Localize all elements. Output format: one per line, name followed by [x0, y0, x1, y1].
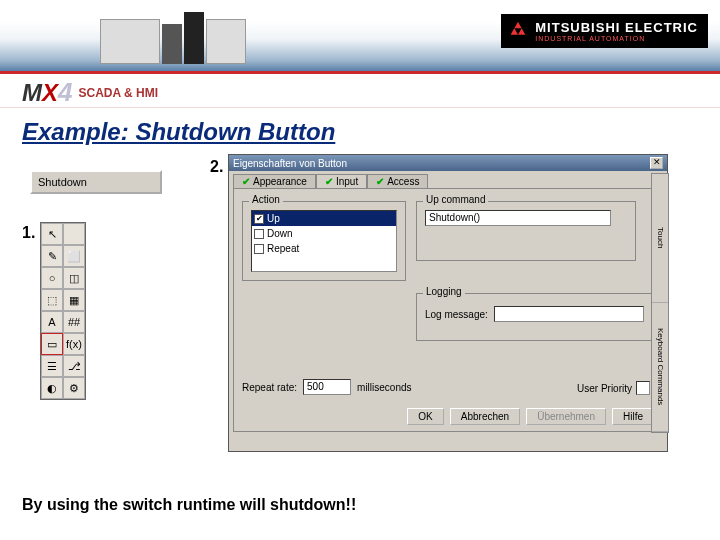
repeat-rate-field[interactable]: 500 — [303, 379, 351, 395]
brand-block: MITSUBISHI ELECTRIC INDUSTRIAL AUTOMATIO… — [501, 14, 708, 48]
shutdown-button-label: Shutdown — [38, 176, 87, 188]
tool-ellipse[interactable]: ○ — [41, 267, 63, 289]
log-message-field[interactable] — [494, 306, 644, 322]
tool-pointer[interactable]: ↖ — [41, 223, 63, 245]
log-message-label: Log message: — [425, 309, 488, 320]
action-group: Action ✔ Up Down Repeat — [242, 201, 406, 281]
tool-panel[interactable]: ◫ — [63, 267, 85, 289]
logging-label: Logging — [423, 286, 465, 297]
checkbox-down[interactable] — [254, 229, 264, 239]
tool-blank[interactable] — [63, 223, 85, 245]
button-properties-dialog: Eigenschaften von Button ✕ ✔Appearance ✔… — [228, 154, 668, 452]
tool-pencil[interactable]: ✎ — [41, 245, 63, 267]
tab-access[interactable]: ✔Access — [367, 174, 428, 188]
slide-title: Example: Shutdown Button — [22, 118, 720, 146]
checkbox-repeat[interactable] — [254, 244, 264, 254]
mitsubishi-logo-icon — [507, 20, 529, 42]
user-priority-dropdown[interactable] — [636, 381, 650, 395]
tool-button[interactable]: ▭ — [41, 333, 63, 355]
svg-marker-0 — [515, 22, 522, 28]
svg-marker-2 — [518, 28, 525, 34]
action-item-repeat[interactable]: Repeat — [252, 241, 396, 256]
tool-text[interactable]: A — [41, 311, 63, 333]
tool-number[interactable]: ## — [63, 311, 85, 333]
check-icon: ✔ — [242, 176, 250, 187]
repeat-rate-unit: milliseconds — [357, 382, 411, 393]
tool-frame[interactable]: ⬚ — [41, 289, 63, 311]
dialog-body: Action ✔ Up Down Repeat — [233, 188, 663, 432]
footer-note: By using the switch runtime will shutdow… — [22, 496, 356, 514]
action-group-label: Action — [249, 194, 283, 205]
mx4-logo: MX4 — [22, 77, 72, 108]
close-icon[interactable]: ✕ — [650, 157, 663, 169]
callout-1: 1. — [22, 224, 35, 242]
repeat-rate-label: Repeat rate: — [242, 382, 297, 393]
product-bar: MX4 SCADA & HMI — [0, 74, 720, 108]
slide-content: Shutdown 1. 2. ↖ ✎ ⬜ ○ ◫ ⬚ ▦ A ## ▭ f(x)… — [0, 152, 720, 492]
tool-grid[interactable]: ▦ — [63, 289, 85, 311]
user-priority: User Priority — [577, 381, 650, 395]
user-priority-label: User Priority — [577, 383, 632, 394]
svg-marker-1 — [511, 28, 518, 34]
up-command-group: Up command Shutdown() — [416, 201, 636, 261]
shutdown-button-example[interactable]: Shutdown — [30, 170, 162, 194]
tool-rect[interactable]: ⬜ — [63, 245, 85, 267]
cancel-button[interactable]: Abbrechen — [450, 408, 520, 425]
up-command-field[interactable]: Shutdown() — [425, 210, 611, 226]
callout-2: 2. — [210, 158, 223, 176]
brand-subtitle: INDUSTRIAL AUTOMATION — [535, 35, 698, 42]
check-icon: ✔ — [325, 176, 333, 187]
slide-header: MITSUBISHI ELECTRIC INDUSTRIAL AUTOMATIO… — [0, 0, 720, 74]
tab-appearance[interactable]: ✔Appearance — [233, 174, 316, 188]
dialog-titlebar[interactable]: Eigenschaften von Button ✕ — [229, 155, 667, 171]
help-button[interactable]: Hilfe — [612, 408, 654, 425]
dialog-button-row: OK Abbrechen Übernehmen Hilfe — [407, 408, 654, 425]
dialog-side-tabs: Touch Keyboard Commands — [651, 173, 669, 433]
scada-hmi-label: SCADA & HMI — [78, 86, 158, 100]
dialog-tabs: ✔Appearance ✔Input ✔Access — [229, 171, 667, 188]
brand-name: MITSUBISHI ELECTRIC — [535, 20, 698, 35]
equipment-graphic — [100, 2, 300, 64]
tool-branch[interactable]: ⎇ — [63, 355, 85, 377]
logging-group: Logging Log message: — [416, 293, 656, 341]
toolbox-palette: ↖ ✎ ⬜ ○ ◫ ⬚ ▦ A ## ▭ f(x) ☰ ⎇ ◐ ⚙ — [40, 222, 86, 400]
repeat-rate-row: Repeat rate: 500 milliseconds — [242, 379, 412, 395]
action-item-down[interactable]: Down — [252, 226, 396, 241]
up-command-label: Up command — [423, 194, 488, 205]
apply-button[interactable]: Übernehmen — [526, 408, 606, 425]
tab-input[interactable]: ✔Input — [316, 174, 367, 188]
action-listbox[interactable]: ✔ Up Down Repeat — [251, 210, 397, 272]
tool-gauge[interactable]: ◐ — [41, 377, 63, 399]
action-item-up[interactable]: ✔ Up — [252, 211, 396, 226]
tool-gear[interactable]: ⚙ — [63, 377, 85, 399]
checkbox-up[interactable]: ✔ — [254, 214, 264, 224]
side-tab-keyboard[interactable]: Keyboard Commands — [652, 303, 668, 432]
side-tab-touch[interactable]: Touch — [652, 174, 668, 303]
dialog-title: Eigenschaften von Button — [233, 158, 347, 169]
ok-button[interactable]: OK — [407, 408, 443, 425]
check-icon: ✔ — [376, 176, 384, 187]
tool-list[interactable]: ☰ — [41, 355, 63, 377]
tool-function[interactable]: f(x) — [63, 333, 85, 355]
